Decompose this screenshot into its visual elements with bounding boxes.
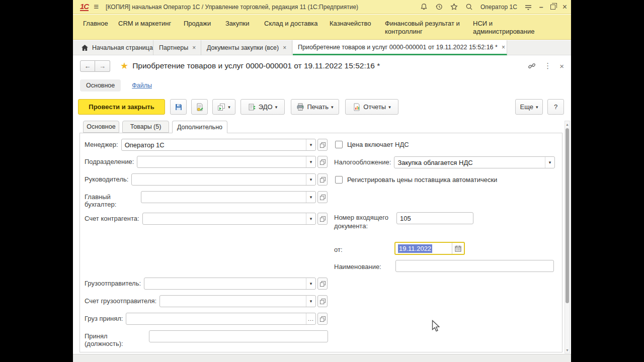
- tab-purchase-documents[interactable]: Документы закупки (все) ×: [202, 40, 292, 55]
- tab-partners[interactable]: Партнеры ×: [154, 40, 201, 55]
- supervisor-value: [132, 174, 306, 185]
- taxation-input[interactable]: Закупка облагается НДС ▾: [394, 156, 555, 168]
- counterparty-account-open-icon[interactable]: [317, 213, 328, 225]
- consignor-open-icon[interactable]: [317, 278, 328, 290]
- tab-acquisition-document-close-icon[interactable]: ×: [502, 44, 505, 51]
- department-dropdown-icon[interactable]: ▾: [306, 156, 315, 167]
- create-based-on-dropdown-icon[interactable]: ▾: [228, 105, 230, 110]
- print-dropdown-icon[interactable]: ▾: [331, 105, 334, 110]
- supervisor-dropdown-icon[interactable]: ▾: [306, 174, 315, 185]
- chief-accountant-dropdown-icon[interactable]: ▾: [306, 192, 315, 203]
- section-crm[interactable]: CRM и маркетинг: [118, 20, 171, 28]
- search-icon[interactable]: [465, 3, 473, 11]
- tab-home[interactable]: Начальная страница: [76, 40, 153, 55]
- section-prodazhi[interactable]: Продажи: [184, 20, 211, 28]
- taxation-field-row: Налогообложение: Закупка облагается НДС …: [334, 156, 555, 168]
- department-field-row: Подразделение: ▾: [85, 156, 328, 168]
- price-includes-vat-checkbox[interactable]: [335, 141, 343, 148]
- history-icon[interactable]: [435, 3, 443, 11]
- tab-purchase-documents-close-icon[interactable]: ×: [283, 44, 286, 51]
- incoming-number-input[interactable]: 105: [396, 212, 473, 224]
- favorites-star-icon[interactable]: [450, 3, 458, 11]
- supervisor-open-icon[interactable]: [317, 173, 328, 186]
- 1c-logo: 1С: [80, 3, 89, 11]
- counterparty-account-label: Счет контрагента:: [85, 213, 142, 222]
- section-nsi[interactable]: НСИ и администрирование: [473, 20, 548, 36]
- consignor-account-open-icon[interactable]: [317, 295, 328, 307]
- current-user[interactable]: Оператор 1С: [480, 4, 517, 11]
- register-supplier-prices-row: Регистрировать цены поставщика автоматич…: [335, 176, 497, 184]
- department-open-icon[interactable]: [317, 156, 328, 168]
- restore-button[interactable]: [550, 5, 555, 10]
- save-button[interactable]: [170, 99, 187, 115]
- post-and-close-button[interactable]: Провести и закрыть: [78, 99, 165, 115]
- edo-dropdown-icon[interactable]: ▾: [275, 105, 278, 110]
- print-button[interactable]: Печать ▾: [291, 99, 339, 115]
- price-includes-vat-label: Цена включает НДС: [347, 141, 409, 148]
- name-input[interactable]: [395, 260, 554, 272]
- cargo-accepted-label: Груз принял:: [85, 313, 126, 322]
- more-button[interactable]: Еще ▾: [515, 99, 543, 115]
- consignor-field-row: Грузоотправитель: ▾: [85, 278, 328, 290]
- reports-dropdown-icon[interactable]: ▾: [388, 105, 391, 110]
- document-close-icon[interactable]: ×: [559, 62, 564, 70]
- section-kaznacheystvo[interactable]: Казначейство: [330, 20, 371, 28]
- tab-partners-close-icon[interactable]: ×: [192, 44, 196, 51]
- back-button[interactable]: ←: [80, 60, 95, 72]
- help-button-label: ?: [554, 103, 557, 111]
- nav-main-chip[interactable]: Основное: [80, 79, 121, 92]
- chief-accountant-input[interactable]: ▾: [141, 191, 316, 203]
- chief-accountant-open-icon[interactable]: [317, 191, 328, 203]
- section-zakupki[interactable]: Закупки: [225, 20, 249, 28]
- minimize-button[interactable]: –: [539, 3, 543, 11]
- section-glavnoe[interactable]: Главное: [83, 20, 108, 28]
- counterparty-account-value: [143, 213, 306, 224]
- consignor-input[interactable]: ▾: [144, 278, 316, 290]
- main-menu-icon[interactable]: ≡: [94, 2, 99, 12]
- department-input[interactable]: ▾: [137, 156, 316, 168]
- manager-input[interactable]: Оператор 1С ▾: [121, 139, 316, 151]
- more-dropdown-icon[interactable]: ▾: [536, 105, 538, 110]
- cargo-accepted-ellipsis-icon[interactable]: ...: [306, 313, 315, 324]
- register-supplier-prices-checkbox[interactable]: [335, 176, 343, 184]
- tab-tovary[interactable]: Товары (5): [122, 121, 169, 133]
- manager-dropdown-icon[interactable]: ▾: [306, 139, 315, 150]
- edo-button[interactable]: ЭДО ▾: [240, 99, 285, 115]
- notifications-bell-icon[interactable]: [420, 3, 428, 11]
- counterparty-account-dropdown-icon[interactable]: ▾: [306, 213, 315, 224]
- section-finrezultat[interactable]: Финансовый результат и контроллинг: [385, 20, 468, 36]
- scroll-down-icon[interactable]: ▼: [565, 347, 570, 353]
- reports-button[interactable]: Отчеты ▾: [345, 99, 398, 115]
- counterparty-account-input[interactable]: ▾: [142, 213, 316, 225]
- more-actions-icon[interactable]: ⋮: [544, 61, 551, 70]
- consignor-account-input[interactable]: ▾: [159, 295, 316, 307]
- create-based-on-button[interactable]: ▾: [212, 99, 235, 115]
- accepted-position-input[interactable]: [149, 330, 328, 342]
- favorite-star-icon[interactable]: ★: [120, 60, 128, 71]
- tab-dopolnitelno[interactable]: Дополнительно: [172, 121, 227, 133]
- taxation-dropdown-icon[interactable]: ▾: [545, 157, 554, 168]
- consignor-account-dropdown-icon[interactable]: ▾: [306, 296, 315, 307]
- window-close-button[interactable]: ×: [562, 3, 567, 12]
- calendar-icon[interactable]: [452, 243, 464, 254]
- cargo-accepted-open-icon[interactable]: [317, 313, 328, 325]
- supervisor-input[interactable]: ▾: [131, 173, 316, 186]
- document-title: Приобретение товаров и услуг 0000-000001…: [132, 61, 380, 70]
- scroll-up-icon[interactable]: ▲: [565, 121, 570, 127]
- section-sklad[interactable]: Склад и доставка: [264, 20, 318, 28]
- tab-acquisition-document[interactable]: Приобретение товаров и услуг 0000-000001…: [293, 40, 507, 55]
- forward-button[interactable]: →: [95, 60, 110, 72]
- get-link-icon[interactable]: [528, 62, 536, 70]
- post-document-button[interactable]: [191, 99, 208, 115]
- incoming-date-input[interactable]: 19.11.2022: [394, 242, 465, 255]
- nav-files-link[interactable]: Файлы: [132, 82, 152, 89]
- consignor-dropdown-icon[interactable]: ▾: [306, 278, 315, 289]
- vertical-scrollbar[interactable]: ▲ ▼: [565, 121, 570, 353]
- reports-button-label: Отчеты: [363, 103, 386, 111]
- scrollbar-thumb[interactable]: [566, 128, 569, 303]
- tab-osnovnoe[interactable]: Основное: [83, 121, 119, 133]
- manager-open-icon[interactable]: [317, 139, 328, 151]
- service-menu-icon[interactable]: [524, 3, 532, 11]
- cargo-accepted-input[interactable]: ...: [126, 313, 316, 325]
- help-button[interactable]: ?: [547, 99, 564, 115]
